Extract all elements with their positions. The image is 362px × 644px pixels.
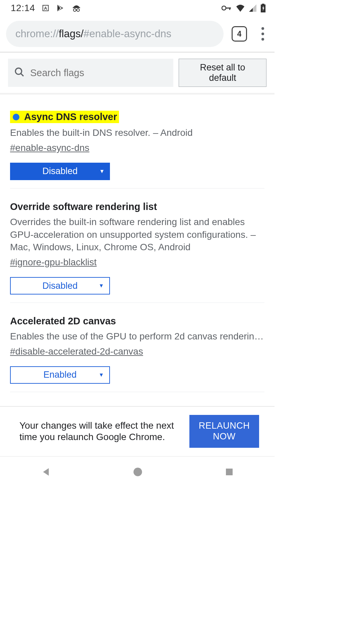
search-flags-field[interactable] xyxy=(8,59,173,87)
flag-select-value: Disabled xyxy=(42,166,77,176)
chevron-down-icon: ▼ xyxy=(99,372,104,378)
tab-switcher-button[interactable]: 4 xyxy=(232,26,247,42)
svg-text:A: A xyxy=(44,6,47,11)
flag-item-ignore-gpu-blacklist: Override software rendering list Overrid… xyxy=(10,189,264,303)
flag-title-wrap: Override software rendering list xyxy=(10,201,157,212)
flag-title: Override software rendering list xyxy=(10,201,157,212)
svg-point-19 xyxy=(134,468,142,476)
tab-count-label: 4 xyxy=(237,30,242,39)
play-store-icon xyxy=(56,4,65,12)
flag-select-value: Enabled xyxy=(43,370,76,380)
svg-marker-18 xyxy=(43,468,49,476)
chevron-down-icon: ▼ xyxy=(99,283,104,289)
flag-description: Overrides the built-in software renderin… xyxy=(10,216,264,254)
svg-rect-20 xyxy=(226,469,233,475)
flag-item-async-dns: Async DNS resolver Enables the built-in … xyxy=(10,95,264,189)
modified-indicator-icon xyxy=(13,114,19,120)
svg-point-5 xyxy=(73,9,76,11)
flag-select-value: Disabled xyxy=(42,281,77,291)
flag-anchor-link[interactable]: #ignore-gpu-blacklist xyxy=(10,257,97,268)
flag-description: Enables the built-in DNS resolver. – And… xyxy=(10,126,264,139)
flag-select[interactable]: Disabled ▼ xyxy=(10,163,110,180)
flags-header: Reset all to default xyxy=(0,53,275,93)
cell-signal-icon xyxy=(249,4,256,12)
toolbar: chrome://flags/#enable-async-dns 4 xyxy=(0,16,275,52)
relaunch-bar: Your changes will take effect the next t… xyxy=(0,406,275,457)
menu-button[interactable] xyxy=(255,27,268,41)
home-button[interactable] xyxy=(132,466,143,479)
svg-point-6 xyxy=(77,9,79,11)
relaunch-message: Your changes will take effect the next t… xyxy=(19,420,183,442)
svg-rect-10 xyxy=(229,8,230,10)
incognito-icon xyxy=(71,4,81,12)
status-bar: 12:14 A xyxy=(0,0,275,16)
back-button[interactable] xyxy=(40,466,52,479)
flag-title: Async DNS resolver xyxy=(24,111,117,122)
flag-anchor-link[interactable]: #enable-async-dns xyxy=(10,143,89,153)
search-icon xyxy=(14,67,25,79)
ime-icon: A xyxy=(42,4,49,12)
battery-charging-icon xyxy=(260,4,266,12)
chevron-down-icon: ▼ xyxy=(99,168,105,174)
flag-title-wrap: Accelerated 2D canvas xyxy=(10,316,116,327)
omnibox[interactable]: chrome://flags/#enable-async-dns xyxy=(6,21,224,47)
flags-list: Async DNS resolver Enables the built-in … xyxy=(0,95,275,392)
search-flags-input[interactable] xyxy=(30,67,167,78)
reset-all-button[interactable]: Reset all to default xyxy=(179,59,266,87)
flag-select[interactable]: Disabled ▼ xyxy=(10,277,110,294)
flag-title-highlighted: Async DNS resolver xyxy=(10,111,119,123)
relaunch-now-button[interactable]: RELAUNCH NOW xyxy=(189,415,259,448)
wifi-icon xyxy=(236,4,245,12)
flag-description: Enables the use of the GPU to perform 2d… xyxy=(10,330,264,343)
recents-button[interactable] xyxy=(224,467,234,478)
status-time: 12:14 xyxy=(11,3,35,13)
svg-point-16 xyxy=(15,68,22,74)
flag-item-accelerated-2d-canvas: Accelerated 2D canvas Enables the use of… xyxy=(10,303,264,392)
flag-anchor-link[interactable]: #disable-accelerated-2d-canvas xyxy=(10,346,143,357)
flag-select[interactable]: Enabled ▼ xyxy=(10,366,110,384)
svg-point-8 xyxy=(222,6,226,10)
svg-line-17 xyxy=(21,73,23,76)
flag-title: Accelerated 2D canvas xyxy=(10,316,116,327)
svg-rect-14 xyxy=(262,4,264,5)
url-text: chrome://flags/#enable-async-dns xyxy=(15,28,171,40)
svg-marker-12 xyxy=(249,8,253,12)
vpn-key-icon xyxy=(222,5,232,11)
system-nav-bar xyxy=(0,457,275,488)
